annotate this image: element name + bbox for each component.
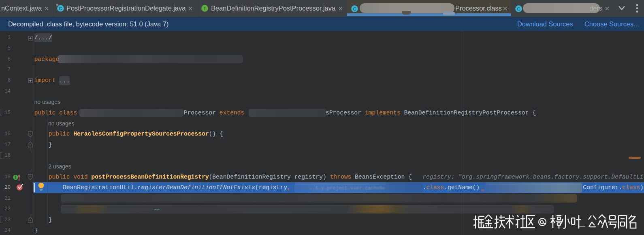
svg-text:C: C (517, 6, 520, 11)
svg-text:_: _ (579, 216, 585, 228)
svg-text:I: I (204, 6, 205, 11)
svg-text:C: C (59, 6, 62, 11)
svg-text:C: C (353, 6, 356, 11)
